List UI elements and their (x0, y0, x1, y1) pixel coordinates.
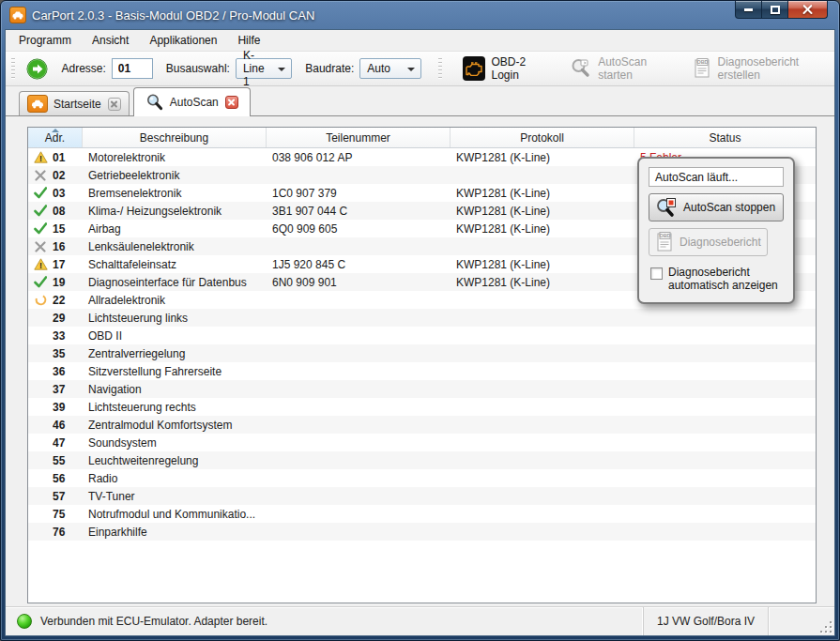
autoscan-panel: Adr. Beschreibung Teilenummer Protokoll … (6, 116, 834, 606)
table-row[interactable]: 39Lichtsteuerung rechts (28, 398, 816, 416)
cell-adr: 39 (53, 401, 83, 414)
table-row[interactable]: 56Radio (28, 469, 816, 487)
car-icon (27, 95, 48, 113)
cell-adr: 36 (53, 365, 83, 378)
cell-beschreibung: Lenksäulenelektronik (83, 240, 267, 253)
toolbar-gripper[interactable] (11, 58, 15, 79)
cell-beschreibung: Klima-/ Heizungselektronik (83, 205, 267, 218)
connection-status-icon (17, 614, 32, 629)
magnifier-icon (570, 57, 592, 80)
cell-adr: 75 (53, 508, 83, 521)
baud-label: Baudrate: (305, 62, 354, 75)
obd2-login-label: OBD-2 Login (491, 55, 549, 82)
cell-beschreibung: Lichtsteuerung rechts (83, 401, 267, 414)
tab-startseite-close-button[interactable] (108, 98, 121, 111)
column-header-adr[interactable]: Adr. (28, 128, 83, 147)
cell-teilenummer: 038 906 012 AP (267, 151, 451, 164)
cell-protokoll: KWP1281 (K-Line) (451, 187, 634, 200)
tab-startseite[interactable]: Startseite (19, 91, 130, 115)
chevron-down-icon (278, 68, 285, 71)
diagnose-report-button[interactable]: OBD Diagnosebericht (649, 228, 768, 256)
toolbar-gripper[interactable] (438, 58, 442, 79)
table-row[interactable]: 76Einparkhilfe (28, 523, 816, 541)
cell-beschreibung: Getriebeelektronik (83, 169, 267, 182)
column-header-protokoll[interactable]: Protokoll (451, 128, 634, 147)
table-row[interactable]: 75Notrufmodul und Kommunikatio... (28, 505, 816, 523)
auto-show-report-checkbox[interactable] (650, 267, 663, 280)
table-row[interactable]: 57TV-Tuner (28, 487, 816, 505)
tab-autoscan[interactable]: AutoScan (133, 87, 251, 116)
check-engine-icon (463, 56, 485, 81)
svg-text:OBD: OBD (660, 233, 671, 238)
minimize-button[interactable] (735, 1, 762, 19)
cell-adr: 35 (53, 347, 83, 360)
cell-protokoll: KWP1281 (K-Line) (451, 222, 634, 236)
table-row[interactable]: 36Sitzverstellung Fahrerseite (28, 362, 816, 380)
resize-grip[interactable] (819, 620, 832, 633)
svg-text:!: ! (39, 261, 42, 270)
cell-adr: 46 (53, 419, 83, 432)
table-row[interactable]: 55Leuchtweitenregelung (28, 451, 816, 469)
tab-autoscan-label: AutoScan (170, 96, 219, 109)
menu-item-hilfe[interactable]: Hilfe (228, 31, 269, 50)
menu-item-ansicht[interactable]: Ansicht (83, 31, 138, 50)
obd-report-icon: OBD (693, 57, 711, 80)
address-input[interactable] (112, 58, 153, 79)
menu-item-programm[interactable]: Programm (9, 31, 81, 50)
cell-adr: 29 (53, 312, 83, 325)
cell-teilenummer: 6Q0 909 605 (267, 222, 451, 236)
cross-icon (28, 170, 53, 181)
maximize-button[interactable] (762, 1, 787, 19)
svg-text:!: ! (39, 154, 42, 163)
cell-adr: 47 (53, 436, 83, 450)
obd2-login-button[interactable]: OBD-2 Login (457, 53, 555, 84)
autoscan-start-label: AutoScan starten (598, 55, 672, 82)
cross-icon (28, 241, 53, 252)
magnifier-icon (145, 93, 164, 112)
tab-autoscan-close-button[interactable] (225, 96, 238, 109)
cell-adr: 17 (53, 258, 83, 271)
bus-select[interactable]: K-Line 1 (236, 58, 292, 79)
cell-teilenummer: 3B1 907 044 C (267, 205, 451, 218)
run-button green-arrow-icon[interactable] (26, 58, 48, 80)
column-header-status[interactable]: Status (634, 128, 816, 147)
table-row[interactable]: 35Zentralverriegelung (28, 344, 816, 362)
create-report-button[interactable]: OBD Diagnosebericht erstellen (687, 53, 834, 84)
cell-beschreibung: Lichtsteuerung links (83, 312, 267, 325)
cell-adr: 08 (53, 205, 83, 218)
autoscan-start-button[interactable]: AutoScan starten (564, 53, 678, 84)
autoscan-progress-popup: AutoScan läuft... AutoScan stoppen OBD D… (637, 157, 795, 304)
warning-icon: ! (28, 151, 53, 163)
cell-adr: 57 (53, 490, 83, 503)
obd-report-icon: OBD (655, 231, 674, 253)
check-icon (28, 187, 53, 199)
table-row[interactable]: 29Lichtsteuerung links (28, 309, 816, 327)
auto-show-report-label: Diagnosebericht automatisch anzeigen (668, 266, 784, 292)
baud-select[interactable]: Auto (359, 58, 421, 79)
table-row[interactable]: 33OBD II (28, 327, 816, 344)
column-header-beschreibung[interactable]: Beschreibung (83, 128, 267, 147)
create-report-label: Diagnosebericht erstellen (717, 55, 829, 82)
auto-show-report-option: Diagnosebericht automatisch anzeigen (649, 266, 784, 292)
table-row[interactable]: 46Zentralmodul Komfortsystem (28, 416, 816, 434)
cell-beschreibung: TV-Tuner (83, 490, 267, 503)
column-header-teilenummer[interactable]: Teilenummer (267, 128, 451, 147)
maximize-icon (771, 6, 780, 14)
cell-adr: 55 (53, 454, 83, 467)
chevron-down-icon (407, 68, 415, 71)
cell-adr: 22 (53, 294, 83, 307)
cell-teilenummer: 1C0 907 379 (267, 187, 451, 200)
cell-beschreibung: Allradelektronik (83, 294, 267, 307)
tab-strip: Startseite AutoScan (6, 86, 834, 116)
cell-beschreibung: Notrufmodul und Kommunikatio... (83, 508, 267, 521)
close-button[interactable] (787, 1, 828, 19)
table-row[interactable]: 47Soundsystem (28, 434, 816, 451)
title-bar[interactable]: CarPort 2.0.3 - Basis-Modul OBD2 / Pro-M… (1, 1, 839, 29)
cell-teilenummer: 6N0 909 901 (267, 276, 451, 289)
magnifier-stop-icon (655, 196, 678, 219)
spinner-icon (28, 294, 53, 306)
cell-adr: 02 (53, 169, 83, 182)
menu-item-applikationen[interactable]: Applikationen (140, 31, 226, 50)
table-row[interactable]: 37Navigation (28, 380, 816, 398)
autoscan-stop-button[interactable]: AutoScan stoppen (649, 193, 784, 221)
